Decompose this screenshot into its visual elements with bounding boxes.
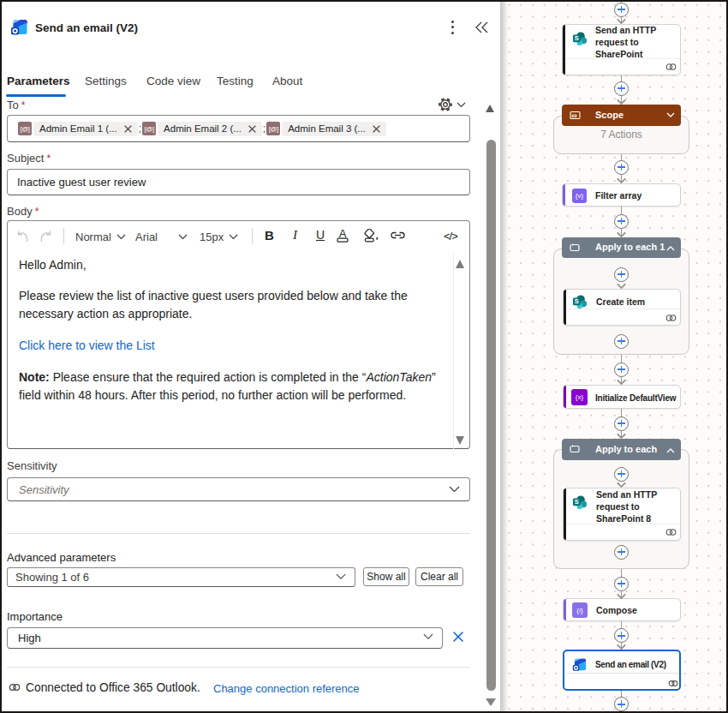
- svg-text:S: S: [575, 34, 579, 42]
- svg-text:S: S: [575, 297, 579, 305]
- svg-text:A: A: [339, 227, 347, 240]
- svg-text:S: S: [575, 498, 579, 506]
